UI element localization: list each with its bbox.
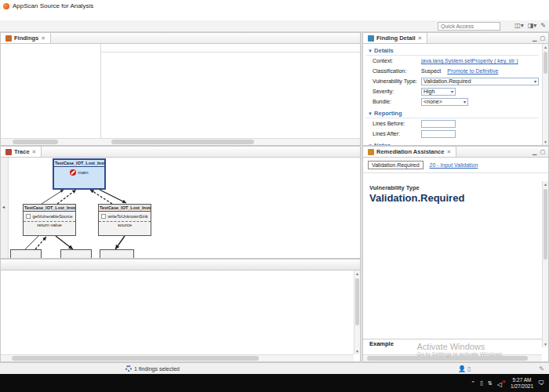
remediation-view: Remediation Assistance ✕ ▁▢ Validation.R…	[362, 146, 549, 362]
tab-finding-detail[interactable]: Finding Detail ✕	[363, 33, 427, 43]
system-tray: ⌃ ▯ ⇅ ◁✕ 5:27 AM 1/27/2021 🗨	[471, 377, 549, 390]
open-perspective-icon[interactable]: ◫▾	[514, 22, 524, 29]
bundle-row: Bundle: <none>▾	[366, 96, 539, 107]
findings-tab-icon	[5, 35, 12, 42]
findings-view-toolbar	[357, 33, 360, 43]
method-icon	[26, 214, 31, 219]
classification-value: Suspect	[421, 68, 441, 74]
lines-after-row: Lines After:	[366, 129, 539, 139]
trace-node-member: writeToUnknownSink	[107, 214, 147, 219]
vuln-type-row: Vulnerability Type: Validation.Required▾	[366, 76, 539, 86]
perspective-dropdown-icon[interactable]: ◨▾	[528, 22, 537, 29]
input-validation-link[interactable]: 20 - Input Validation	[430, 162, 478, 168]
finding-detail-view: Finding Detail ✕ ▁▢ ▼ Details Context: j…	[362, 32, 549, 146]
lines-after-input[interactable]	[421, 130, 456, 138]
battery-icon[interactable]: ▯	[480, 380, 483, 387]
trace-node-title: TestCase_IOT_Lost_Instance	[99, 205, 151, 212]
minimize-icon[interactable]: ▁	[533, 35, 536, 42]
remediation-vscrollbar[interactable]: ▲▼	[542, 181, 548, 347]
vulnerability-type-kicker: Vulnerability Type	[369, 184, 536, 191]
lines-before-input[interactable]	[421, 120, 456, 128]
appscan-logo-icon	[3, 3, 9, 9]
severity-row: Severity: High▾	[366, 86, 539, 96]
tab-trace[interactable]: Trace ✕	[1, 147, 42, 157]
close-icon[interactable]: ✕	[32, 149, 37, 155]
context-row: Context: java.lang.System.setProperty ( …	[366, 56, 539, 66]
quick-access-input[interactable]	[438, 22, 500, 31]
appscan-window: AppScan Source for Analysis ◫▾ ◨▾ ✎ Find…	[0, 0, 549, 392]
table-hscrollbar[interactable]	[101, 138, 360, 145]
lines-after-label: Lines After:	[373, 131, 421, 136]
trace-node-partial[interactable]	[100, 249, 134, 258]
reporting-section-header[interactable]: ▼ Reporting	[366, 108, 539, 118]
finding-detail-tab-label: Finding Detail	[376, 34, 416, 42]
trace-node-main[interactable]: TestCase_IOT_Lost_Instance main	[53, 158, 106, 190]
trace-node-title: TestCase_IOT_Lost_Instance	[24, 205, 75, 212]
maximize-icon[interactable]: ▢	[540, 149, 545, 155]
status-text: 1 findings selected	[134, 366, 180, 372]
vuln-type-select[interactable]: Validation.Required▾	[421, 78, 539, 85]
editor-tabs	[1, 260, 360, 270]
trace-node-member: getVulnerableSource	[32, 214, 72, 219]
user-icon: 👤	[458, 365, 466, 372]
remediation-tab-icon	[368, 149, 374, 155]
context-label: Context:	[373, 58, 421, 64]
close-icon[interactable]: ✕	[41, 35, 45, 42]
editor-hscrollbar[interactable]	[1, 354, 354, 361]
details-section-header[interactable]: ▼ Details	[366, 45, 539, 56]
promote-link[interactable]: Promote to Definitive	[447, 68, 498, 74]
trace-diagram[interactable]: ◂ TestCase_IOT_Lost_Instance main TestCa	[1, 158, 360, 258]
minimize-icon[interactable]: ▁	[533, 149, 536, 155]
window-title: AppScan Source for Analysis	[13, 2, 93, 9]
vuln-type-chip[interactable]: Validation.Required	[368, 161, 424, 169]
lines-before-label: Lines Before:	[373, 121, 421, 126]
classification-label: Classification:	[373, 68, 421, 74]
device-icon: ▯	[467, 365, 471, 372]
trace-view: Trace ✕ ◂ TestCase_IOT_Lost_Instance	[0, 146, 361, 259]
notes-section-header[interactable]: ▼ Notes	[366, 140, 539, 145]
vuln-type-label: Vulnerability Type:	[373, 78, 421, 84]
status-bar: 1 findings selected 👤 ▯ ✎	[0, 362, 549, 374]
taskbar-clock[interactable]: 5:27 AM 1/27/2021	[511, 377, 533, 390]
trace-tab-label: Trace	[14, 148, 30, 155]
lines-before-row: Lines Before:	[366, 118, 539, 129]
severity-label: Severity:	[373, 89, 421, 94]
close-icon[interactable]: ✕	[418, 35, 423, 42]
tray-expand-icon[interactable]: ⌃	[471, 380, 475, 387]
tree-hscrollbar[interactable]	[1, 138, 101, 145]
trace-node-member: main	[78, 170, 88, 175]
findings-view: Findings ✕	[0, 32, 361, 146]
remediation-hscrollbar[interactable]	[363, 354, 542, 361]
trace-node-port: return value	[24, 221, 75, 228]
context-link[interactable]: java.lang.System.setProperty ( key, str …	[421, 58, 518, 64]
severity-select[interactable]: High▾	[421, 88, 456, 96]
close-icon[interactable]: ✕	[446, 149, 451, 155]
findings-tree	[1, 44, 101, 138]
trace-node-title: TestCase_IOT_Lost_Instance	[54, 160, 104, 167]
trace-node-source[interactable]: TestCase_IOT_Lost_Instance getVulnerable…	[23, 204, 76, 236]
trace-node-partial[interactable]	[10, 249, 42, 258]
editor-area-icon[interactable]: ✎	[540, 22, 546, 29]
network-icon[interactable]: ⇅	[488, 380, 493, 387]
code-editor[interactable]	[1, 270, 354, 354]
tab-remediation[interactable]: Remediation Assistance ✕	[363, 147, 456, 157]
vertical-splitter[interactable]	[361, 32, 362, 362]
finding-detail-tab-icon	[368, 35, 374, 42]
classification-row: Classification: Suspect Promote to Defin…	[366, 66, 539, 76]
findings-tab-label: Findings	[14, 34, 38, 42]
perspective-switcher: ◫▾ ◨▾ ✎	[514, 22, 546, 29]
editor-vscrollbar[interactable]: ▲▼	[354, 270, 360, 354]
findings-table	[101, 44, 360, 138]
maximize-icon[interactable]: ▢	[540, 35, 545, 42]
trace-node-partial[interactable]	[60, 249, 92, 258]
tab-findings[interactable]: Findings ✕	[1, 33, 51, 43]
remediation-content[interactable]: Vulnerability Type Validation.Required	[363, 181, 542, 347]
bundle-select[interactable]: <none>▾	[421, 98, 468, 106]
editor-view: ▲▼	[0, 259, 361, 362]
detail-vscrollbar[interactable]: ▲▼	[542, 44, 548, 145]
action-center-icon[interactable]: 🗨	[538, 379, 544, 387]
vulnerability-heading: Validation.Required	[369, 192, 536, 204]
volume-muted-icon[interactable]: ◁✕	[497, 379, 506, 388]
trace-node-sink[interactable]: TestCase_IOT_Lost_Instance writeToUnknow…	[98, 204, 151, 236]
taskbar: ⌃ ▯ ⇅ ◁✕ 5:27 AM 1/27/2021 🗨	[0, 374, 549, 392]
